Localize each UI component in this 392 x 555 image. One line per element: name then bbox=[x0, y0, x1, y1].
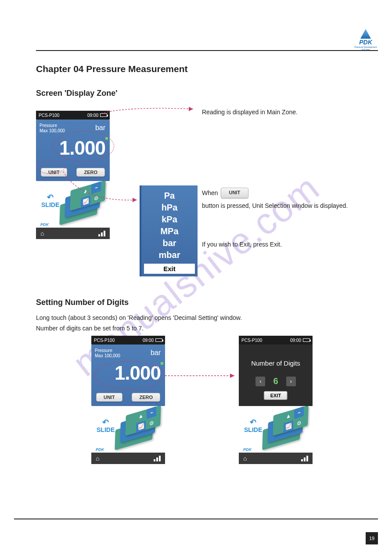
unit-option[interactable]: hPa bbox=[141, 202, 198, 214]
display-zone: Pressure Max 100,000 bar 1.000 UNIT ZERO bbox=[36, 120, 110, 181]
bottom-bar: ⌂ bbox=[91, 453, 165, 464]
pdk-mark: PDK bbox=[96, 447, 104, 452]
digits-stepper: ‹ 6 › bbox=[239, 376, 313, 386]
status-dot-icon bbox=[105, 137, 108, 140]
pressure-label: Pressure Max 100,000 bbox=[40, 123, 65, 134]
device-model: PCS-P100 bbox=[241, 338, 262, 343]
reading-value[interactable]: 1.000 bbox=[115, 362, 161, 384]
unit-option[interactable]: MPa bbox=[141, 225, 198, 237]
unit-button[interactable]: UNIT bbox=[41, 168, 67, 177]
seg1-text2b: button is pressed, Unit Selection window… bbox=[202, 201, 348, 210]
display-zone: Pressure Max 100,000 bar 1.000 UNIT ZERO bbox=[91, 345, 165, 406]
status-bar: PCS-P100 09:00 bbox=[36, 111, 110, 120]
unit-option[interactable]: bar bbox=[141, 237, 198, 249]
pressure-label: Pressure Max 100,000 bbox=[95, 348, 120, 359]
seg2-heading: Setting Number of Digits bbox=[36, 298, 129, 307]
chevron-left-icon: ‹ bbox=[259, 378, 261, 385]
annotation-arrow-1 bbox=[101, 105, 202, 119]
seg1-text1: Reading is displayed in Main Zone. bbox=[202, 107, 298, 117]
battery-icon bbox=[155, 338, 162, 342]
svg-marker-1 bbox=[133, 198, 137, 202]
unit-display: bar bbox=[95, 124, 105, 132]
seg1-text3: If you wish to Exit, press Exit. bbox=[202, 239, 282, 249]
device-screenshot-2: PCS-P100 09:00 Pressure Max 100,000 bar … bbox=[91, 336, 165, 464]
battery-icon bbox=[303, 338, 310, 342]
battery-icon bbox=[100, 113, 107, 117]
seg1-heading: Screen 'Display Zone' bbox=[36, 89, 118, 98]
unit-option[interactable]: mbar bbox=[141, 249, 198, 261]
unit-popup-exit-button[interactable]: Exit bbox=[144, 264, 195, 274]
device-time: 09:00 bbox=[143, 338, 154, 343]
device-time: 09:00 bbox=[290, 338, 301, 343]
digits-title: Number of Digits bbox=[239, 359, 313, 367]
page-number: 19 bbox=[366, 532, 378, 544]
brand-logo: PDK Pressure Development of Korea bbox=[353, 29, 378, 47]
brand-name: PDK bbox=[353, 39, 378, 46]
bottom-bar: ⌂ bbox=[36, 228, 110, 239]
chevron-right-icon: › bbox=[290, 378, 291, 385]
signal-icon[interactable] bbox=[301, 456, 308, 461]
card-stack-icon: ▲ ⌁ 📈 ⚙ bbox=[111, 409, 163, 449]
bottom-bar: ⌂ bbox=[239, 453, 313, 464]
svg-marker-0 bbox=[189, 107, 193, 111]
card-stack-icon: ▲ ⌁ 📈 ⚙ bbox=[55, 184, 108, 224]
inline-unit-button[interactable]: UNIT bbox=[221, 188, 249, 198]
seg2-text1: Long touch (about 3 seconds) on 'Reading… bbox=[36, 313, 343, 323]
seg1-text2a: When bbox=[202, 188, 218, 198]
unit-option[interactable]: Pa bbox=[141, 190, 198, 202]
logo-sail-icon bbox=[360, 29, 371, 39]
digits-value: 6 bbox=[273, 376, 278, 386]
unit-option[interactable]: kPa bbox=[141, 214, 198, 225]
status-bar: PCS-P100 09:00 bbox=[239, 336, 313, 345]
bottom-rule bbox=[14, 519, 378, 519]
annotation-arrow-3 bbox=[165, 373, 240, 379]
top-rule bbox=[36, 50, 378, 51]
slide-area[interactable]: ↶ SLIDE ▲ ⌁ 📈 ⚙ PDK bbox=[91, 406, 165, 453]
signal-icon[interactable] bbox=[98, 231, 105, 236]
device-screenshot-3: PCS-P100 09:00 Number of Digits ‹ 6 › EX… bbox=[239, 336, 313, 464]
device-time: 09:00 bbox=[87, 113, 98, 118]
unit-display: bar bbox=[151, 349, 161, 357]
digits-exit-button[interactable]: EXIT bbox=[264, 391, 288, 400]
slide-area[interactable]: ↶ SLIDE ▲ ⌁ 📈 ⚙ PDK bbox=[239, 406, 313, 453]
device-screenshot-1: PCS-P100 09:00 Pressure Max 100,000 bar … bbox=[36, 111, 110, 239]
pdk-mark: PDK bbox=[40, 222, 49, 227]
decrease-button[interactable]: ‹ bbox=[255, 377, 265, 386]
device-model: PCS-P100 bbox=[94, 338, 115, 343]
home-icon[interactable]: ⌂ bbox=[243, 455, 247, 462]
zero-button[interactable]: ZERO bbox=[76, 168, 105, 177]
section-title: Chapter 04 Pressure Measurement bbox=[36, 64, 188, 74]
home-icon[interactable]: ⌂ bbox=[40, 230, 44, 237]
status-dot-icon bbox=[161, 362, 163, 365]
device-model: PCS-P100 bbox=[39, 113, 59, 118]
unit-popup: Pa hPa kPa MPa bar mbar Exit bbox=[140, 185, 198, 276]
svg-marker-3 bbox=[230, 374, 234, 378]
card-stack-icon: ▲ ⌁ 📈 ⚙ bbox=[258, 409, 311, 449]
seg2-text2: Number of digits can be set from 5 to 7. bbox=[36, 323, 343, 333]
reading-value[interactable]: 1.000 bbox=[59, 137, 105, 159]
unit-button[interactable]: UNIT bbox=[96, 393, 122, 402]
home-icon[interactable]: ⌂ bbox=[96, 455, 99, 462]
zero-button[interactable]: ZERO bbox=[132, 393, 160, 402]
status-bar: PCS-P100 09:00 bbox=[91, 336, 165, 345]
pdk-mark: PDK bbox=[243, 447, 252, 452]
signal-icon[interactable] bbox=[154, 456, 161, 461]
increase-button[interactable]: › bbox=[286, 377, 296, 386]
seg1-text2: When UNIT button is pressed, Unit Select… bbox=[202, 188, 351, 210]
digits-dialog: Number of Digits ‹ 6 › EXIT bbox=[239, 345, 313, 406]
slide-area[interactable]: ↶ SLIDE ▲ ⌁ 📈 ⚙ PDK bbox=[36, 181, 110, 228]
